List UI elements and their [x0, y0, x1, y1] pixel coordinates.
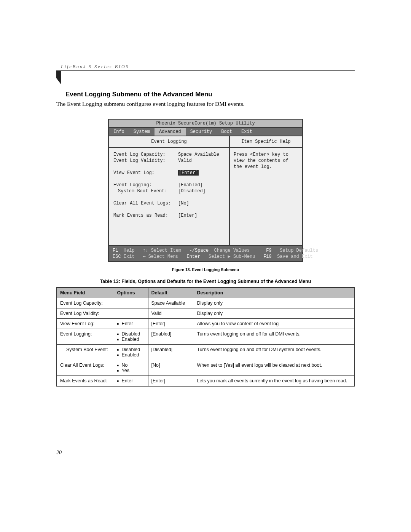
figure-caption: Figure 13. Event Logging Submenu [56, 267, 355, 272]
bios-tab: Boot [217, 128, 237, 136]
bios-item: System Boot Event:[Disabled] [113, 188, 225, 194]
cell-options: Enter [114, 376, 148, 387]
bios-item-value: [Enabled] [178, 182, 203, 188]
option-item: Disabled [117, 331, 145, 337]
cell-description: Lets you mark all events currently in th… [194, 376, 354, 387]
bios-item: Event Log Capacity:Space Available [113, 152, 225, 158]
cell-default: [Enabled] [148, 329, 194, 345]
cell-menu: View Event Log: [57, 319, 114, 329]
cell-description: Allows you to view content of event log [194, 319, 354, 329]
bios-item: Clear All Event Logs:[No] [113, 200, 225, 206]
cell-options [114, 298, 148, 308]
cell-menu: Event Logging: [57, 329, 114, 345]
option-item: Enter [117, 321, 145, 326]
bios-item-value: Space Available [178, 152, 219, 158]
bios-item: View Event Log:[Enter] [113, 170, 225, 176]
bios-tab: Info [109, 128, 129, 136]
th-default: Default [148, 288, 194, 298]
cell-description: Turns event logging on and off for all D… [194, 329, 354, 345]
cell-options [114, 308, 148, 319]
bios-item: Mark Events as Read:[Enter] [113, 212, 225, 219]
cell-menu: Event Log Capacity: [57, 298, 114, 308]
bios-item-value: Valid [178, 158, 192, 164]
cell-menu: System Boot Event: [57, 345, 114, 360]
bios-item-label: System Boot Event: [113, 188, 178, 194]
bios-title: Phoenix SecureCore(tm) Setup Utility [109, 120, 302, 128]
bios-item-label: Event Log Validity: [113, 158, 178, 164]
bios-footer: F1 Help ↑↓ Select Item -/Space Change Va… [109, 245, 302, 261]
cell-default: [No] [148, 360, 194, 376]
bios-item: Event Log Validity:Valid [113, 158, 225, 164]
bios-item-value: [No] [178, 200, 189, 206]
cell-default: Space Available [148, 298, 194, 308]
table-row: Clear All Event Logs:NoYes[No]When set t… [57, 360, 354, 376]
bios-tab: Security [186, 128, 217, 136]
bios-item-label: Event Log Capacity: [113, 152, 178, 158]
option-item: Enabled [117, 352, 145, 358]
bios-item-value: [Disabled] [178, 188, 206, 194]
option-item: No [117, 363, 145, 368]
page-number: 20 [56, 450, 62, 456]
cell-options: DisabledEnabled [114, 329, 148, 345]
table-row: Mark Events as Read:Enter[Enter]Lets you… [57, 376, 354, 387]
th-options: Options [114, 288, 148, 298]
bios-tab: Advanced [155, 128, 186, 136]
bios-tab: Exit [237, 128, 257, 136]
option-item: Disabled [117, 347, 145, 352]
table-row: System Boot Event:DisabledEnabled[Disabl… [57, 345, 354, 360]
cell-description: Display only [194, 298, 354, 308]
table-row: Event Log Validity:ValidDisplay only [57, 308, 354, 319]
option-item: Yes [117, 368, 145, 373]
bios-item-label: Event Logging: [113, 182, 178, 188]
table-row: Event Logging:DisabledEnabled[Enabled]Tu… [57, 329, 354, 345]
cell-default: [Enter] [148, 319, 194, 329]
running-head: LifeBook S Series BIOS [56, 64, 355, 71]
bios-tab: System [129, 128, 155, 136]
bios-item-value: [Enter] [178, 170, 199, 176]
bios-item-value: [Enter] [178, 212, 197, 219]
cell-menu: Event Log Validity: [57, 308, 114, 319]
section-heading: Event Logging Submenu of the Advanced Me… [65, 91, 355, 98]
cell-options: NoYes [114, 360, 148, 376]
bios-help-text: Press <Enter> key to view the contents o… [230, 148, 302, 174]
cell-default: [Disabled] [148, 345, 194, 360]
cell-default: Valid [148, 308, 194, 319]
cell-menu: Mark Events as Read: [57, 376, 114, 387]
options-table: Menu Field Options Default Description E… [56, 287, 355, 387]
bios-items: Event Log Capacity:Space AvailableEvent … [109, 148, 229, 245]
th-desc: Description [194, 288, 354, 298]
cell-menu: Clear All Event Logs: [57, 360, 114, 376]
cell-description: When set to [Yes] all event logs will be… [194, 360, 354, 376]
th-menu: Menu Field [57, 288, 114, 298]
bios-item-label: Mark Events as Read: [113, 212, 178, 219]
bios-item: Event Logging:[Enabled] [113, 182, 225, 188]
bios-item-label: View Event Log: [113, 170, 178, 176]
bios-tabs: InfoSystemAdvancedSecurityBootExit [109, 128, 302, 136]
table-row: Event Log Capacity:Space AvailableDispla… [57, 298, 354, 308]
bios-left-head: Event Logging [109, 136, 229, 148]
option-item: Enter [117, 378, 145, 383]
table-row: View Event Log:Enter[Enter]Allows you to… [57, 319, 354, 329]
section-intro: The Event Logging submenu configures eve… [56, 101, 355, 107]
cell-default: [Enter] [148, 376, 194, 387]
cell-description: Turns event logging on and off for DMI s… [194, 345, 354, 360]
bios-right-head: Item Specific Help [230, 136, 302, 148]
bios-screenshot: Phoenix SecureCore(tm) Setup Utility Inf… [108, 119, 303, 262]
cell-description: Display only [194, 308, 354, 319]
table-caption: Table 13: Fields, Options and Defaults f… [56, 279, 355, 284]
bios-item-label: Clear All Event Logs: [113, 200, 178, 206]
section-flag-icon [56, 71, 65, 84]
option-item: Enabled [117, 337, 145, 342]
cell-options: DisabledEnabled [114, 345, 148, 360]
cell-options: Enter [114, 319, 148, 329]
